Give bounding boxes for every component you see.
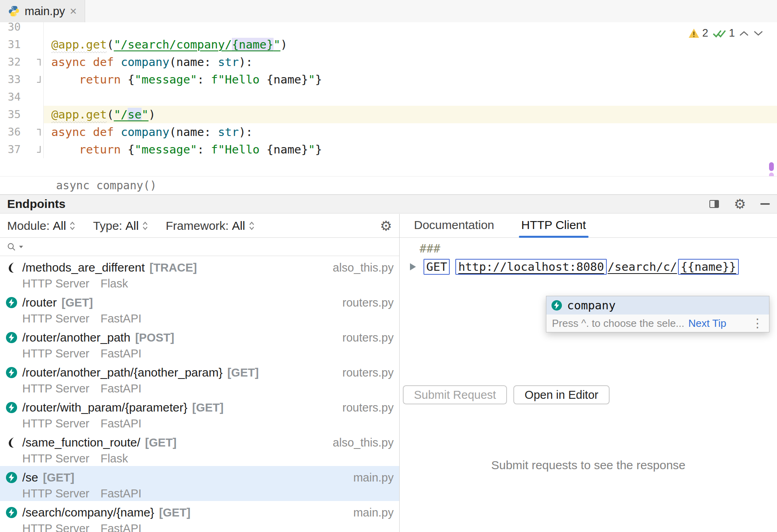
request-method[interactable]: GET bbox=[423, 259, 450, 275]
framework-filter-label: Framework: bbox=[166, 219, 229, 233]
fold-marker[interactable] bbox=[21, 53, 44, 71]
request-path[interactable]: /search/c/ bbox=[608, 260, 677, 274]
framework-icon bbox=[6, 367, 17, 379]
endpoint-path: /search/company/{name} bbox=[22, 506, 154, 519]
layout-settings-icon[interactable] bbox=[709, 198, 720, 210]
filter-gear-icon[interactable]: ⚙ bbox=[380, 219, 392, 233]
endpoint-list-item[interactable]: /router [GET] routers.py HTTP Server Fas… bbox=[0, 291, 399, 326]
framework-icon bbox=[6, 472, 17, 483]
endpoint-server: HTTP Server bbox=[22, 452, 89, 465]
endpoint-sub-row: HTTP Server FastAPI bbox=[6, 521, 394, 532]
next-problem-icon[interactable] bbox=[753, 30, 763, 37]
prev-problem-icon[interactable] bbox=[739, 30, 749, 37]
endpoint-method: [POST] bbox=[135, 331, 174, 344]
fold-marker[interactable] bbox=[21, 71, 44, 88]
fold-marker[interactable] bbox=[21, 22, 44, 36]
code-text: return {"message": f"Hello {name}"} bbox=[44, 141, 777, 158]
request-line[interactable]: GET http://localhost:8080 /search/c/ {{n… bbox=[400, 257, 777, 277]
breadcrumb[interactable]: async company() bbox=[0, 176, 777, 194]
endpoint-details-pane: Documentation HTTP Client ### GET http:/… bbox=[400, 214, 777, 532]
endpoint-method: [GET] bbox=[62, 296, 93, 309]
framework-icon bbox=[6, 332, 17, 344]
endpoint-framework: Flask bbox=[101, 452, 128, 465]
endpoint-server: HTTP Server bbox=[22, 312, 89, 325]
submit-request-button[interactable]: Submit Request bbox=[403, 385, 507, 404]
run-request-icon[interactable] bbox=[408, 262, 417, 272]
endpoint-main-row: /methods_are_different [TRACE] also_this… bbox=[6, 259, 394, 276]
endpoint-main-row: /router/another_path [POST] routers.py bbox=[6, 329, 394, 346]
code-text bbox=[44, 22, 777, 36]
endpoint-list-item[interactable]: /router/another_path [POST] routers.py H… bbox=[0, 326, 399, 361]
fold-marker[interactable] bbox=[21, 36, 44, 53]
endpoint-path: /router/another_path bbox=[22, 331, 130, 344]
python-file-icon bbox=[8, 5, 20, 17]
endpoint-main-row: /search/company/{name} [GET] main.py bbox=[6, 504, 394, 521]
open-in-editor-button[interactable]: Open in Editor bbox=[513, 385, 609, 404]
type-filter[interactable]: Type: All bbox=[93, 219, 148, 233]
endpoint-sub-row: HTTP Server FastAPI bbox=[6, 486, 394, 501]
toolwindow-gear-icon[interactable]: ⚙ bbox=[734, 197, 746, 211]
endpoint-file: main.py bbox=[353, 506, 394, 519]
endpoint-list-item[interactable]: /search/company/{name} [GET] main.py HTT… bbox=[0, 501, 399, 532]
fold-marker[interactable] bbox=[21, 106, 44, 123]
endpoint-path: /router/another_path/{another_param} bbox=[22, 366, 223, 379]
details-tab-bar: Documentation HTTP Client bbox=[400, 214, 777, 238]
next-tip-link[interactable]: Next Tip bbox=[688, 317, 726, 330]
endpoint-main-row: /router/another_path/{another_param} [GE… bbox=[6, 364, 394, 381]
endpoint-main-row: /router [GET] routers.py bbox=[6, 294, 394, 311]
endpoint-list-item[interactable]: /se [GET] main.py HTTP Server FastAPI bbox=[0, 466, 399, 501]
code-line: 37 return {"message": f"Hello {name}"} bbox=[0, 141, 777, 158]
inspections-widget[interactable]: 2 1 bbox=[688, 27, 763, 39]
line-number: 37 bbox=[0, 141, 21, 158]
framework-icon bbox=[6, 262, 17, 274]
endpoint-main-row: /router/with_param/{parameter} [GET] rou… bbox=[6, 399, 394, 416]
endpoint-main-row: /se [GET] main.py bbox=[6, 469, 394, 486]
line-number: 35 bbox=[0, 106, 21, 123]
ide-window: main.py × 30 31 @app.get("/search/compan… bbox=[0, 0, 777, 532]
completion-hint-text: Press ^. to choose the sele... bbox=[552, 317, 684, 330]
code-line: 36 async def company(name: str): bbox=[0, 123, 777, 141]
stripe-mark-light bbox=[769, 173, 774, 176]
endpoint-framework: FastAPI bbox=[101, 347, 142, 360]
response-placeholder: Submit requests to see the response bbox=[400, 458, 777, 472]
completion-item-company[interactable]: company bbox=[546, 296, 769, 315]
endpoints-list-pane: Module: All Type: All Framework: All bbox=[0, 214, 400, 532]
sort-arrows-icon bbox=[142, 221, 148, 231]
module-filter[interactable]: Module: All bbox=[7, 219, 76, 233]
fold-marker[interactable] bbox=[21, 88, 44, 106]
fold-marker[interactable] bbox=[21, 141, 44, 158]
error-stripe[interactable] bbox=[769, 162, 774, 176]
minimize-icon[interactable] bbox=[760, 203, 770, 205]
fold-marker[interactable] bbox=[21, 123, 44, 141]
warning-icon bbox=[688, 28, 700, 39]
code-text: @app.get("/search/company/{name}") bbox=[44, 36, 777, 53]
sort-arrows-icon bbox=[249, 221, 255, 231]
endpoint-file: routers.py bbox=[342, 331, 394, 344]
request-variable[interactable]: {{name}} bbox=[678, 259, 739, 275]
request-host[interactable]: http://localhost:8080 bbox=[455, 259, 607, 275]
framework-icon bbox=[6, 297, 17, 309]
endpoint-server: HTTP Server bbox=[22, 487, 89, 500]
endpoint-list-item[interactable]: /methods_are_different [TRACE] also_this… bbox=[0, 256, 399, 291]
tab-http-client[interactable]: HTTP Client bbox=[519, 218, 589, 237]
completion-hint-row: Press ^. to choose the sele... Next Tip … bbox=[546, 315, 769, 332]
line-number: 33 bbox=[0, 71, 21, 88]
tab-main-py[interactable]: main.py × bbox=[0, 0, 85, 22]
kebab-menu-icon[interactable]: ⋮ bbox=[752, 317, 763, 329]
endpoint-file: routers.py bbox=[342, 296, 394, 309]
stripe-mark-purple bbox=[769, 162, 774, 171]
tab-documentation[interactable]: Documentation bbox=[412, 218, 497, 237]
line-number: 32 bbox=[0, 53, 21, 71]
request-separator: ### bbox=[420, 240, 777, 257]
warning-count: 2 bbox=[702, 27, 708, 39]
endpoints-search-field[interactable] bbox=[0, 238, 399, 256]
endpoint-list-item[interactable]: /router/with_param/{parameter} [GET] rou… bbox=[0, 396, 399, 431]
endpoint-list-item[interactable]: /router/another_path/{another_param} [GE… bbox=[0, 361, 399, 396]
code-editor[interactable]: 30 31 @app.get("/search/company/{name}")… bbox=[0, 22, 777, 176]
tab-close-icon[interactable]: × bbox=[70, 5, 77, 17]
endpoint-list-item[interactable]: /same_function_route/ [GET] also_this.py… bbox=[0, 431, 399, 466]
framework-filter[interactable]: Framework: All bbox=[166, 219, 255, 233]
framework-filter-value: All bbox=[232, 219, 245, 233]
module-filter-value: All bbox=[53, 219, 66, 233]
search-options-caret-icon[interactable] bbox=[19, 245, 23, 249]
